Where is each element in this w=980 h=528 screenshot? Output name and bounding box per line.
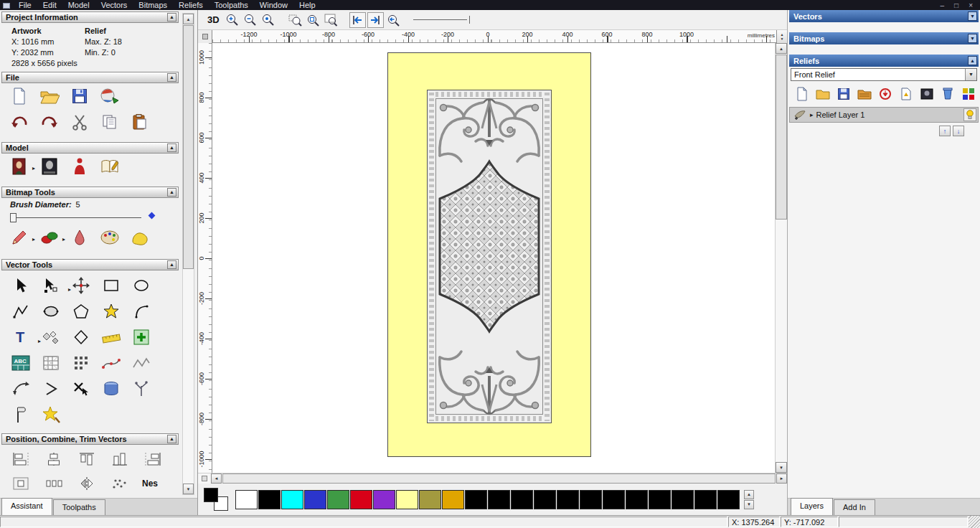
- select-vectors-icon[interactable]: [6, 273, 36, 298]
- paint-pencil-icon[interactable]: ▸: [9, 227, 30, 248]
- measure-tool-icon[interactable]: [96, 324, 126, 350]
- palette-swatch[interactable]: [350, 490, 372, 509]
- menu-file[interactable]: File: [13, 1, 37, 10]
- rectangle-tool-icon[interactable]: [96, 273, 126, 298]
- palette-swatch[interactable]: [258, 490, 281, 509]
- cut-icon[interactable]: [69, 111, 90, 133]
- relief-layer-item[interactable]: ▸ Relief Layer 1: [789, 107, 979, 123]
- flood-fill-icon[interactable]: [69, 227, 90, 248]
- collapse-button[interactable]: ▲: [167, 435, 176, 443]
- fit-arcs-icon[interactable]: [6, 376, 36, 402]
- vectors-section-header[interactable]: Vectors ▼: [789, 10, 979, 22]
- menu-reliefs[interactable]: Reliefs: [173, 1, 209, 10]
- zoom-scale-icon[interactable]: [260, 12, 277, 28]
- curve-points-icon[interactable]: [96, 350, 126, 376]
- save-relief-icon[interactable]: [835, 85, 852, 103]
- palette-swatch[interactable]: [281, 490, 303, 509]
- collapse-button[interactable]: ▲: [167, 143, 176, 152]
- zoom-objects-icon[interactable]: [305, 12, 321, 28]
- scroll-down-button[interactable]: ▼: [776, 462, 787, 473]
- redo-icon[interactable]: [39, 111, 60, 133]
- ellipse-tool-icon[interactable]: [126, 273, 156, 298]
- view-rotation-slider[interactable]: [413, 14, 474, 27]
- assistant-scrollbar[interactable]: ▲ ▼: [182, 13, 194, 495]
- space-evenly-icon[interactable]: [43, 473, 65, 494]
- open-model-icon[interactable]: [39, 85, 60, 107]
- collapse-button[interactable]: ▲: [167, 260, 176, 269]
- new-model-icon[interactable]: [9, 85, 30, 107]
- align-right-icon[interactable]: [142, 448, 164, 470]
- bitmaps-section-header[interactable]: Bitmaps ▼: [789, 32, 979, 44]
- new-relief-layer-icon[interactable]: [793, 85, 811, 103]
- layer-expand-icon[interactable]: ▸: [810, 111, 814, 118]
- palette-swatch[interactable]: [488, 490, 510, 509]
- palette-swatch[interactable]: [580, 490, 602, 509]
- polyline-tool-icon[interactable]: [6, 298, 36, 324]
- grid-tool-icon[interactable]: [36, 350, 66, 376]
- resize-grip[interactable]: [969, 516, 980, 528]
- chevron-tool-icon[interactable]: [36, 376, 66, 402]
- fit-polyline-icon[interactable]: [126, 350, 156, 376]
- collapse-button[interactable]: ▲: [167, 188, 176, 197]
- import-relief-icon[interactable]: [877, 85, 894, 103]
- palette-swatch[interactable]: [626, 490, 648, 509]
- move-layer-up-button[interactable]: ↑: [939, 126, 951, 136]
- notes-icon[interactable]: [99, 156, 121, 177]
- view-3d-button[interactable]: 3D: [204, 13, 223, 27]
- paint-blob-icon[interactable]: ▸: [39, 227, 60, 248]
- maximize-button[interactable]: □: [954, 1, 958, 9]
- palette-swatch[interactable]: [327, 490, 349, 509]
- align-center-icon[interactable]: [43, 448, 65, 470]
- node-editing-icon[interactable]: ▸: [36, 273, 66, 298]
- reliefs-section-header[interactable]: Reliefs ▲: [789, 55, 979, 67]
- align-bottom-icon[interactable]: [109, 448, 131, 470]
- colour-palette-icon[interactable]: [99, 227, 121, 248]
- delete-relief-icon[interactable]: [939, 85, 956, 103]
- relief-colour-icon[interactable]: [960, 85, 977, 103]
- nest-vectors-button[interactable]: Nes: [142, 478, 158, 489]
- scroll-up-button[interactable]: ▲: [776, 43, 787, 54]
- menu-toolpaths[interactable]: Toolpaths: [209, 1, 254, 10]
- primary-colour[interactable]: [204, 488, 218, 502]
- diamond-tool-icon[interactable]: [66, 324, 96, 350]
- center-in-page-icon[interactable]: [10, 473, 32, 494]
- slider-track[interactable]: [13, 217, 141, 218]
- zoom-out-icon[interactable]: [242, 12, 259, 28]
- open-relief-icon[interactable]: [814, 85, 831, 103]
- vertical-scrollbar[interactable]: ▲ ▼: [775, 43, 787, 473]
- ruler-spin-button[interactable]: ▲▼: [776, 30, 787, 43]
- palette-scroll-up-button[interactable]: ▲: [744, 490, 754, 499]
- magic-wand-icon[interactable]: [36, 402, 66, 428]
- relief-select[interactable]: Front Relief ▼: [791, 68, 977, 81]
- point-grid-icon[interactable]: [66, 350, 96, 376]
- palette-swatch[interactable]: [511, 490, 533, 509]
- scroll-up-button[interactable]: ▲: [183, 14, 194, 24]
- primary-secondary-colour-well[interactable]: [204, 488, 228, 511]
- tab-toolpaths[interactable]: Toolpaths: [53, 499, 105, 515]
- greyscale-view-icon[interactable]: [39, 156, 60, 177]
- palette-swatch[interactable]: [396, 490, 418, 509]
- menu-model[interactable]: Model: [62, 1, 95, 10]
- save-model-icon[interactable]: [69, 85, 90, 107]
- next-view-icon[interactable]: [367, 12, 384, 28]
- collapse-button[interactable]: ▲: [167, 13, 176, 22]
- colour-shape-icon[interactable]: [129, 227, 151, 248]
- trim-vectors-icon[interactable]: [66, 376, 96, 402]
- scroll-left-button[interactable]: ◄: [211, 473, 222, 484]
- mirror-vectors-icon[interactable]: [76, 473, 98, 494]
- expand-button[interactable]: ▼: [968, 11, 977, 21]
- tab-assistant[interactable]: Assistant: [1, 498, 52, 515]
- tab-add-in[interactable]: Add In: [834, 499, 875, 515]
- menu-vectors[interactable]: Vectors: [95, 1, 133, 10]
- extrude-tool-icon[interactable]: [96, 376, 126, 402]
- tab-layers[interactable]: Layers: [791, 498, 833, 515]
- star-tool-icon[interactable]: [96, 298, 126, 324]
- zoom-fit-icon[interactable]: [323, 12, 339, 28]
- sculpt-icon[interactable]: [69, 156, 90, 177]
- menu-window[interactable]: Window: [254, 1, 293, 10]
- arc-tool-icon[interactable]: [126, 298, 156, 324]
- palette-swatch[interactable]: [557, 490, 579, 509]
- scroll-down-button[interactable]: ▼: [183, 484, 194, 494]
- slider-handle[interactable]: [10, 213, 17, 222]
- export-3d-model-icon[interactable]: [99, 85, 121, 107]
